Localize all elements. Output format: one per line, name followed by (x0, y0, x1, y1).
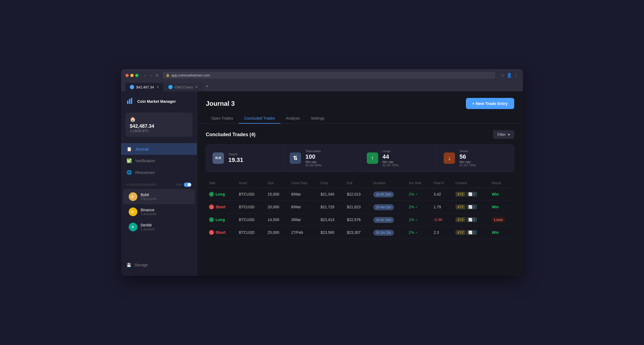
bookmark-button[interactable]: ☆ (501, 73, 504, 78)
address-bar[interactable]: 🔒 app.coinmarketman.com (163, 72, 495, 79)
table-row[interactable]: ↑ Long BTCUSD 15,000 8/Mar $21,340 $22,0… (206, 188, 514, 201)
svg-rect-1 (129, 99, 130, 104)
cell-close-date-1: 6/Mar (288, 201, 317, 213)
rr-info: Total R 19.31 (228, 153, 243, 164)
trades-header: Concluded Trades (4) Filter ▾ (206, 130, 514, 139)
sidebar-item-resources-label: Resources (135, 170, 155, 175)
stat-total: ⇅ Total trades 100 Win rate 42 (42.00%) (283, 145, 360, 172)
lock-icon: 🔒 (166, 74, 170, 77)
shorts-icon: ↓ (444, 152, 455, 164)
trades-section-title: Concluded Trades (4) (206, 132, 255, 138)
cell-side-0: ↑ Long (206, 188, 236, 201)
longs-value: 44 (383, 153, 399, 160)
svg-text:B: B (131, 195, 134, 198)
tab-concluded-trades[interactable]: Concluded Trades (239, 113, 280, 124)
sidebar-item-resources[interactable]: 🌐 Resources (121, 167, 197, 178)
storage-label: Storage (134, 263, 148, 267)
maximize-traffic-light[interactable] (135, 74, 138, 77)
cell-acc-risk-2: 1% ✓ (405, 213, 430, 226)
col-content: Content (452, 178, 489, 188)
cell-final-r-0: 3.42 (430, 188, 452, 201)
new-tab-button[interactable]: + (203, 81, 211, 91)
table-header: Side Asset Size Close Date Entry Exit Du… (206, 178, 514, 188)
side-dot-2: ↑ (209, 217, 214, 222)
tag-badge-3: 🏷 2 (456, 230, 465, 235)
app-container: Coin Market Manager 🏠 $42,487.34 1.24939… (121, 91, 523, 276)
browser-actions: ☆ 👤 ⋮ (501, 73, 519, 78)
new-trade-button[interactable]: + New Trade Entry (466, 98, 514, 109)
browser-window: ‹ › ↻ 🔒 app.coinmarketman.com ☆ 👤 ⋮ ↑ $4… (121, 69, 523, 276)
verification-icon: ✅ (127, 158, 132, 163)
menu-button[interactable]: ⋮ (514, 73, 519, 78)
browser-controls: ‹ › ↻ 🔒 app.coinmarketman.com ☆ 👤 ⋮ (125, 72, 519, 79)
binance-accounts: 3 accounts (141, 212, 189, 216)
exchange-deribit[interactable]: D Deribit 1 account (123, 219, 195, 235)
result-badge-2: Lose (492, 217, 505, 223)
bybit-info: Bybit 3 accounts (141, 193, 189, 201)
tab-favicon-2: 🐦 (168, 85, 173, 89)
resources-icon: 🌐 (127, 170, 132, 175)
sidebar-item-storage[interactable]: 💾 Storage (121, 260, 197, 270)
exchange-binance[interactable]: B Binance 3 accounts (123, 204, 195, 219)
tag-badge-1: 🏷 2 (456, 205, 465, 209)
wallet-home-icon: 🏠 (130, 116, 188, 122)
col-side: Side (206, 178, 236, 188)
risk-value-0: 2% (409, 192, 414, 196)
sidebar-item-verification[interactable]: ✅ Verification (121, 155, 197, 167)
duration-badge-2: 1d 1h 13m (373, 217, 394, 223)
longs-icon: ↑ (367, 152, 378, 164)
binance-logo: B (129, 207, 137, 216)
col-duration: Duration (370, 178, 406, 188)
tab-settings[interactable]: Settings (305, 113, 330, 124)
sidebar-item-journal-label: Journal (135, 147, 149, 151)
shorts-value: 56 (459, 153, 476, 160)
fav-toggle-switch[interactable] (184, 183, 191, 187)
risk-check-icon-2: ✓ (415, 218, 418, 222)
reload-button[interactable]: ↻ (154, 72, 160, 79)
close-traffic-light[interactable] (125, 74, 129, 77)
total-info: Total trades 100 Win rate 42 (42.00%) (305, 149, 322, 167)
tag-badge-2: 🏷 2 (456, 217, 465, 222)
cell-entry-0: $21,340 (317, 188, 344, 201)
cell-entry-1: $21,729 (317, 201, 344, 213)
longs-winrate: Win rate 21 (47.73%) (383, 160, 399, 167)
tab-close-1[interactable]: ✕ (156, 85, 159, 89)
tab-analysis[interactable]: Analysis (280, 113, 305, 124)
logo-area: Coin Market Manager (121, 97, 197, 113)
cell-exit-0: $22,013 (344, 188, 370, 201)
cell-result-1: Win (489, 201, 514, 213)
table-row[interactable]: ↓ Short BTCUSD 20,000 6/Mar $21,729 $21,… (206, 201, 514, 213)
wallet-card[interactable]: 🏠 $42,487.34 1.24939 BTC (125, 113, 192, 137)
filter-button[interactable]: Filter ▾ (493, 130, 514, 139)
back-button[interactable]: ‹ (143, 72, 147, 79)
trades-table: Side Asset Size Close Date Entry Exit Du… (206, 178, 514, 239)
col-acc-risk: Acc Risk (405, 178, 430, 188)
minimize-traffic-light[interactable] (130, 74, 134, 77)
tab-coinmarketman[interactable]: ↑ $42,487.34 ✕ (125, 83, 163, 91)
wallet-amount: $42,487.34 (130, 123, 188, 129)
cell-size-3: 25,000 (264, 226, 288, 239)
sidebar-item-journal[interactable]: 📋 Journal (121, 143, 197, 155)
table-row[interactable]: ↑ Long BTCUSD 14,500 3/Mar $23,413 $22,5… (206, 213, 514, 226)
side-text-1: Short (216, 205, 226, 209)
svg-rect-2 (131, 98, 132, 104)
tab-close-2[interactable]: ✕ (195, 85, 198, 89)
risk-value-1: 2% (409, 205, 414, 209)
forward-button[interactable]: › (149, 72, 153, 79)
cell-side-2: ↑ Long (206, 213, 236, 226)
cell-asset-3: BTCUSD (236, 226, 264, 239)
side-text-0: Long (216, 192, 225, 196)
cell-result-0: Win (489, 188, 514, 201)
binance-info: Binance 3 accounts (141, 208, 189, 216)
exchange-bybit[interactable]: B Bybit 3 accounts (123, 189, 195, 204)
profile-button[interactable]: 👤 (507, 73, 512, 78)
total-icon: ⇅ (290, 152, 301, 164)
col-asset: Asset (236, 178, 264, 188)
tab-omzcharts[interactable]: 🐦 OMZCharts ✕ (164, 83, 202, 91)
tag-badge-0: 🏷 2 (456, 192, 465, 197)
table-row[interactable]: ↓ Short BTCUSD 25,000 27/Feb $23,560 $23… (206, 226, 514, 239)
tab-title-1: $42,487.34 (136, 85, 154, 89)
nav-buttons: ‹ › ↻ (143, 72, 160, 79)
svg-rect-0 (127, 101, 128, 104)
tab-open-trades[interactable]: Open Trades (206, 113, 239, 124)
